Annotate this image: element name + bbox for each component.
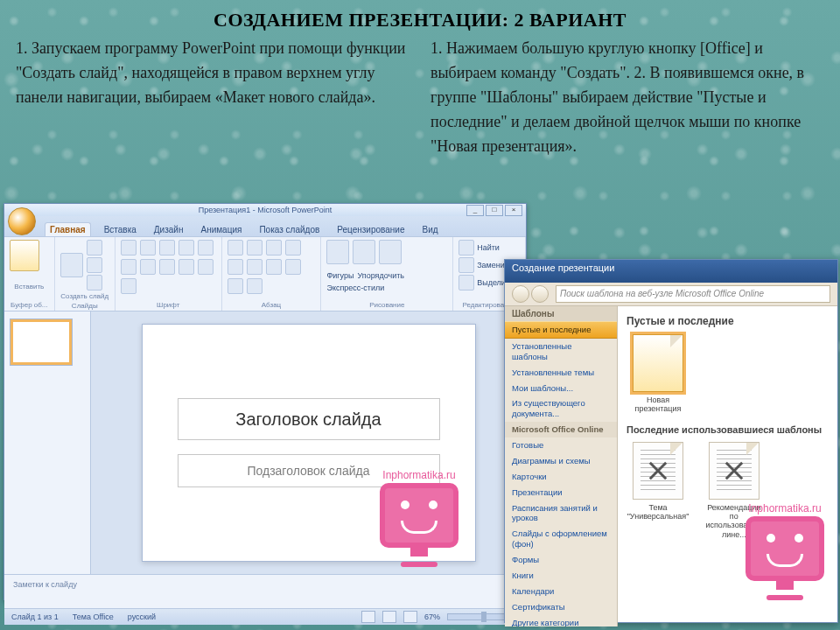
status-lang: русский [128, 612, 156, 621]
np-section-recent: Последние использовавшиеся шаблоны [626, 424, 829, 435]
numbering-icon[interactable] [247, 240, 262, 256]
shadow-icon[interactable] [198, 240, 214, 256]
arrange-icon[interactable] [353, 240, 375, 264]
shapes-label: Фигуры [326, 271, 354, 280]
font-color-icon[interactable] [121, 278, 136, 294]
new-slide-icon[interactable] [60, 253, 83, 277]
status-bar: Слайд 1 из 1 Тема Office русский 67% [4, 608, 526, 625]
np-item-cards[interactable]: Карточки [505, 469, 617, 485]
tab-insert[interactable]: Вставка [100, 223, 141, 236]
shapes-icon[interactable] [326, 240, 349, 264]
bullets-icon[interactable] [228, 240, 243, 256]
case-icon[interactable] [140, 259, 156, 275]
delete-icon[interactable] [87, 275, 102, 290]
pp-titlebar: Презентация1 - Microsoft PowerPoint [4, 204, 526, 216]
strike-icon[interactable] [178, 240, 194, 256]
np-item-from-existing[interactable]: Из существующего документа... [505, 396, 617, 422]
office-button[interactable] [8, 207, 36, 235]
align-left-icon[interactable] [247, 259, 262, 275]
tab-view[interactable]: Вид [418, 223, 443, 236]
zoom-value: 67% [424, 612, 440, 621]
tile-universal-theme[interactable]: Тема "Универсальная" [626, 442, 690, 522]
spacing-icon[interactable] [121, 259, 136, 275]
np-toolbar: Поиск шаблона на веб-узле Microsoft Offi… [505, 283, 837, 306]
align-right-icon[interactable] [285, 259, 301, 275]
np-item-designed-slides[interactable]: Слайды с оформлением (фон) [505, 526, 617, 552]
justify-icon[interactable] [228, 278, 243, 294]
np-item-forms[interactable]: Формы [505, 552, 617, 568]
inphormatika-logo-2: Inphormatika.ru [737, 502, 833, 600]
fontsize-down-icon[interactable] [178, 259, 194, 275]
np-search-input[interactable]: Поиск шаблона на веб-узле Microsoft Offi… [556, 285, 830, 303]
font-group-label: Шрифт [121, 301, 216, 309]
np-item-installed-templates[interactable]: Установленные шаблоны [505, 339, 617, 365]
underline-icon[interactable] [159, 240, 175, 256]
np-item-ready[interactable]: Готовые [505, 438, 617, 453]
np-sidebar: Шаблоны Пустые и последние Установленные… [505, 306, 618, 626]
np-section-blank: Пустые и последние [626, 315, 829, 327]
np-forward-button[interactable] [531, 285, 549, 303]
pp-window-controls: _ □ × [466, 205, 522, 216]
arrange-label: Упорядочить [357, 271, 404, 280]
np-item-other-categories[interactable]: Другие категории [505, 615, 617, 627]
np-item-office-online[interactable]: Microsoft Office Online [505, 422, 617, 438]
paste-label: Вставить [10, 283, 49, 290]
slide-thumbnails [4, 312, 91, 574]
tab-home[interactable]: Главная [45, 222, 91, 236]
find-icon[interactable] [458, 240, 474, 256]
tab-review[interactable]: Рецензирование [332, 223, 409, 236]
line-spacing-icon[interactable] [228, 259, 243, 275]
bold-icon[interactable] [121, 240, 136, 256]
tab-design[interactable]: Дизайн [150, 223, 188, 236]
np-item-books[interactable]: Книги [505, 568, 617, 584]
slide-thumb-1[interactable] [10, 318, 73, 366]
left-instructions: 1. Запускаем программу PowerPoint при по… [16, 37, 410, 158]
express-label: Экспресс-стили [326, 284, 384, 292]
tab-slideshow[interactable]: Показ слайдов [255, 223, 324, 236]
inphormatika-logo-1: Inphormatika.ru [371, 469, 467, 567]
np-item-calendars[interactable]: Календари [505, 584, 617, 599]
find-label[interactable]: Найти [477, 243, 500, 252]
page-title: СОЗДАНИЕМ ПРЕЗЕНТАЦИИ: 2 ВАРИАНТ [0, 0, 840, 37]
pp-max-button[interactable]: □ [486, 205, 503, 216]
replace-icon[interactable] [458, 257, 474, 273]
fontsize-up-icon[interactable] [159, 259, 175, 275]
status-theme: Тема Office [73, 612, 114, 621]
view-normal-icon[interactable] [361, 611, 375, 623]
select-icon[interactable] [458, 275, 474, 290]
ribbon: Вставить Буфер об... Создать слайд Слайд… [4, 236, 526, 312]
title-placeholder[interactable]: Заголовок слайда [178, 398, 440, 440]
np-item-certificates[interactable]: Сертификаты [505, 599, 617, 615]
np-item-presentations[interactable]: Презентации [505, 485, 617, 500]
italic-icon[interactable] [140, 240, 156, 256]
np-item-installed-themes[interactable]: Установленные темы [505, 365, 617, 381]
clear-format-icon[interactable] [198, 259, 214, 275]
pp-min-button[interactable]: _ [466, 205, 484, 216]
layout-icon[interactable] [87, 240, 102, 256]
columns-icon[interactable] [247, 278, 262, 294]
ribbon-tabs: Главная Вставка Дизайн Анимация Показ сл… [4, 216, 526, 236]
pp-close-button[interactable]: × [505, 205, 522, 216]
indent-dec-icon[interactable] [266, 240, 282, 256]
tile-new-presentation[interactable]: Новая презентация [626, 334, 690, 414]
view-sorter-icon[interactable] [382, 611, 396, 623]
np-side-header-templates: Шаблоны [505, 306, 617, 321]
paste-icon[interactable] [10, 240, 39, 271]
np-item-schedules[interactable]: Расписания занятий и уроков [505, 500, 617, 527]
logo2-text: Inphormatika.ru [737, 502, 833, 514]
notes-pane[interactable]: Заметки к слайду [4, 574, 526, 608]
status-slide: Слайд 1 из 1 [11, 612, 59, 621]
pp-title-text: Презентация1 - Microsoft PowerPoint [199, 206, 332, 214]
reset-icon[interactable] [87, 257, 102, 273]
view-show-icon[interactable] [403, 611, 417, 623]
align-center-icon[interactable] [266, 259, 282, 275]
tab-anim[interactable]: Анимация [196, 223, 246, 236]
np-item-my-templates[interactable]: Мои шаблоны... [505, 381, 617, 396]
np-item-diagrams[interactable]: Диаграммы и схемы [505, 453, 617, 469]
np-item-blank[interactable]: Пустые и последние [505, 321, 617, 339]
tile-new-caption: Новая презентация [626, 396, 690, 414]
np-back-button[interactable] [512, 285, 529, 303]
quick-styles-icon[interactable] [379, 240, 402, 264]
indent-inc-icon[interactable] [285, 240, 301, 256]
logo1-text: Inphormatika.ru [371, 469, 467, 481]
